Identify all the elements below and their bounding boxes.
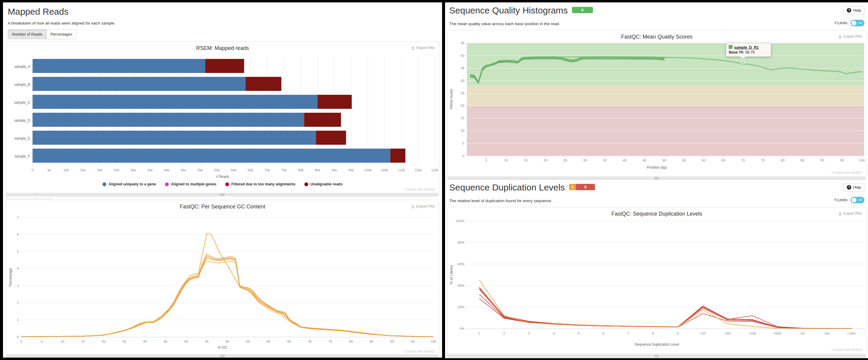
tick-label: 100: [859, 159, 864, 162]
tick-label: 20: [544, 159, 548, 162]
plot-title: FastQC: Mean Quality Scores: [448, 34, 866, 40]
tick-label: 25: [122, 340, 126, 343]
tick-label: 45: [643, 159, 646, 162]
tick-label: 10k: [63, 168, 69, 172]
fail-count-badge[interactable]: 5: [576, 184, 595, 190]
pass-count-badge[interactable]: 6: [572, 7, 593, 13]
export-plot-button[interactable]: Export Plot: [411, 204, 435, 209]
y-limits-control: Y-Limits: on: [834, 20, 864, 26]
tick-label: sample_E: [14, 136, 30, 141]
tick-label: 100k: [364, 168, 372, 172]
tick-label: 65: [287, 340, 291, 343]
legend-item: Unalignable reads: [304, 182, 343, 186]
tick-label: sample_B: [14, 83, 30, 87]
tick-label: 30: [583, 159, 587, 162]
bar-segment: [205, 59, 244, 73]
watermark: Created with MultiQC: [404, 188, 436, 191]
tick-label: 7: [17, 216, 19, 219]
tick-label: 15k: [80, 168, 86, 172]
legend-label: Aligned to multiple genes: [171, 182, 216, 186]
export-plot-button[interactable]: Export Plot: [411, 46, 435, 50]
export-plot-button[interactable]: Export Plot: [838, 212, 862, 216]
tick-label: 0%: [459, 327, 464, 330]
percentages-button[interactable]: Percentages: [46, 30, 76, 39]
duplication-series-line: [479, 298, 852, 329]
export-plot-button[interactable]: Export Plot: [838, 34, 862, 38]
plot-title: FastQC: Per Sequence GC Content: [6, 204, 439, 210]
tick-label: 80: [781, 159, 785, 162]
tick-label: sample_F: [14, 154, 30, 159]
watermark: Created with MultiQC: [832, 171, 863, 174]
tick-label: 55: [246, 340, 250, 343]
help-button[interactable]: ? Help: [843, 6, 864, 15]
tick-label: 0: [463, 154, 464, 158]
x-axis-title: % GC: [6, 345, 439, 350]
y-limits-control: Y-Limits: on: [834, 197, 864, 203]
gc-series-line: [21, 233, 433, 337]
grip-icon: [220, 195, 225, 195]
tick-label: 60: [267, 340, 271, 343]
tick-label: 100%: [456, 219, 464, 223]
bar-segment: [246, 77, 281, 91]
tick-label: >100: [748, 332, 756, 335]
duplication-line-chart[interactable]: 0%20%40%60%80%100%123456789>10>50>100>50…: [448, 219, 865, 340]
tick-label: 3: [17, 284, 19, 288]
tick-label: 60: [702, 159, 706, 162]
tooltip-label: Base 70:: [729, 50, 744, 54]
y-limits-toggle[interactable]: on: [851, 20, 864, 26]
gc-content-plot-panel: FastQC: Per Sequence GC Content Export P…: [6, 200, 439, 355]
tick-label: 60%: [458, 262, 464, 266]
chart-tooltip: sample_D_R1 Base 70: 36.79: [726, 43, 771, 57]
tick-label: 80%: [458, 241, 464, 244]
y-limits-toggle[interactable]: on: [851, 197, 864, 203]
gc-content-line-chart[interactable]: 0123456705101520253035404550556065707580…: [6, 212, 438, 344]
tick-label: 1: [17, 318, 19, 322]
tick-label: 10: [461, 129, 464, 133]
tick-label: 35: [603, 159, 607, 162]
report-column-right: Sequence Quality Histograms6 ? Help The …: [445, 2, 868, 358]
x-axis-title: Position (bp): [448, 165, 866, 169]
section-heading-mapped-reads: Mapped Reads: [8, 6, 68, 17]
chart-legend: Aligned uniquely to a geneAligned to mul…: [6, 182, 439, 186]
tick-label: 45: [461, 41, 464, 45]
plot-resize-handle[interactable]: [447, 176, 866, 180]
tick-label: 20%: [458, 305, 464, 309]
tooltip-series-name: sample_D_R1: [734, 46, 759, 50]
toggle-knob: [851, 21, 856, 25]
question-icon: ?: [847, 185, 851, 190]
tick-label: 35: [461, 66, 464, 70]
toggle-state: on: [859, 198, 862, 201]
download-icon: [838, 35, 842, 38]
warn-count-badge[interactable]: 1: [569, 184, 576, 190]
help-label: Help: [853, 185, 861, 190]
legend-item: Aligned to multiple genes: [165, 182, 216, 186]
tick-label: 5: [578, 332, 580, 335]
mapped-reads-bar-chart[interactable]: 05k10k15k20k25k30k35k40k45k50k55k60k65k7…: [6, 53, 438, 172]
tick-label: 65k: [248, 168, 253, 172]
clipped-button-group: [7, 196, 53, 199]
tick-label: 40: [184, 340, 188, 343]
tick-label: 35: [164, 340, 167, 343]
bar-segment: [391, 148, 406, 163]
plot-resize-handle[interactable]: [6, 193, 438, 196]
mean-quality-line-chart[interactable]: 0510152025303540455101520253035404550556…: [448, 41, 865, 164]
watermark: Created with MultiQC: [832, 348, 863, 351]
help-button[interactable]: ? Help: [843, 183, 864, 192]
tick-label: 35k: [147, 168, 153, 172]
x-axis-title: Sequence Duplication Level: [448, 342, 866, 347]
bar-segment: [317, 95, 351, 109]
tick-label: 115k: [414, 168, 422, 172]
tick-label: 85: [370, 340, 374, 343]
plot-resize-handle[interactable]: [6, 354, 438, 358]
tick-label: 5k: [48, 168, 51, 172]
quality-band: [467, 85, 864, 106]
export-plot-label: Export Plot: [843, 34, 862, 38]
number-of-reads-button[interactable]: Number of Reads: [8, 30, 46, 39]
tick-label: sample_D: [14, 118, 30, 122]
tick-label: 15: [461, 116, 464, 120]
tick-label: 100: [430, 340, 436, 343]
download-icon: [411, 204, 415, 209]
bar-segment: [33, 148, 391, 163]
report-column-left: Mapped Reads A breakdown of how all read…: [3, 2, 442, 358]
plot-resize-handle[interactable]: [447, 354, 866, 358]
